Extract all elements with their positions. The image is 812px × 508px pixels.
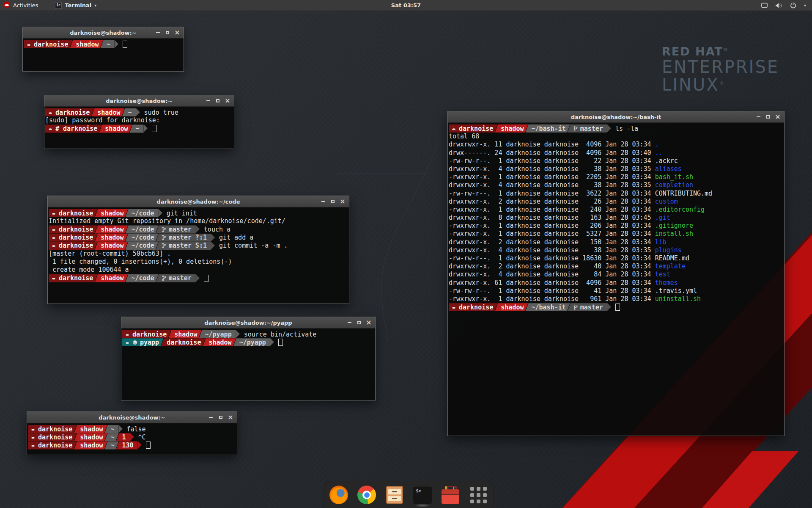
ls-row: -rw-rw-r--. 1 darknoise darknoise 41 Jan…	[449, 287, 784, 295]
minimize-icon	[156, 32, 160, 33]
prompt-line: darknoiseshadow~/bash-itmasterls -la	[449, 124, 784, 133]
ls-row: -rw-rw-r--. 1 darknoise darknoise 3622 J…	[449, 190, 784, 198]
maximize-button[interactable]	[329, 197, 337, 206]
command-text: touch a	[204, 226, 230, 233]
toolbox-icon	[441, 486, 460, 504]
app-menu-button[interactable]: $> Terminal ▾	[50, 0, 101, 11]
dock-item-toolbox[interactable]	[441, 485, 460, 505]
prompt-line: darknoiseshadow~false	[28, 425, 237, 433]
dock: $>	[324, 481, 494, 508]
powerline-arrow-icon	[159, 209, 162, 217]
terminal-body[interactable]: darknoiseshadow~falsedarknoiseshadow~1^C…	[27, 423, 237, 450]
maximize-button[interactable]	[163, 28, 172, 37]
dock-item-terminal[interactable]: $>	[413, 485, 432, 505]
prompt-segment-host: shadow	[69, 40, 103, 48]
window-titlebar[interactable]: darknoise@shadow:~×	[27, 412, 237, 423]
dock-item-app-grid[interactable]	[469, 485, 488, 505]
activities-label: Activities	[13, 2, 38, 8]
terminal-body[interactable]: darknoiseshadow~sudo true[sudo] password…	[44, 107, 234, 133]
ls-row: drwxrwxr-x. 4 darknoise darknoise 38 Jan…	[449, 165, 784, 173]
powerline-arrow-icon	[196, 274, 200, 282]
terminal-body[interactable]: darknoiseshadow~	[23, 39, 184, 48]
window-title: darknoise@shadow:~	[99, 414, 165, 421]
close-button[interactable]: ×	[338, 197, 347, 206]
prompt-segment-user: darknoise	[122, 330, 171, 338]
prompt-segment-venv: pyapp	[122, 338, 163, 346]
terminal-body[interactable]: darknoiseshadow~/codegit initInitialized…	[48, 207, 349, 282]
prompt-line: darknoiseshadow~1^C	[28, 433, 237, 441]
prompt-segment-host: shadow	[91, 108, 124, 116]
maximize-icon	[357, 321, 361, 324]
maximize-button[interactable]	[764, 113, 772, 121]
chevron-down-icon: ▾	[94, 3, 96, 8]
command-text: ls -la	[615, 125, 638, 133]
minimize-button[interactable]	[319, 197, 327, 206]
maximize-button[interactable]	[214, 97, 222, 105]
ls-row: drwxrwxr-x. 8 darknoise darknoise 163 Ja…	[449, 214, 784, 222]
window-titlebar[interactable]: darknoise@shadow:~/code×	[48, 196, 349, 207]
clock[interactable]: Sat 03:57	[391, 2, 421, 8]
powerline-arrow-icon	[136, 108, 140, 116]
file-name: ..	[655, 149, 663, 157]
window-titlebar[interactable]: darknoise@shadow:~×	[23, 27, 184, 39]
activities-button[interactable]: Activities	[0, 0, 43, 11]
close-button[interactable]: ×	[774, 113, 782, 121]
command-text: sudo true	[144, 109, 178, 116]
minimize-button[interactable]	[204, 97, 212, 105]
minimize-button[interactable]	[754, 113, 763, 121]
file-name: .travis.yml	[655, 287, 697, 295]
display-icon	[761, 3, 768, 8]
window-titlebar[interactable]: darknoise@shadow:~/pyapp×	[121, 317, 375, 329]
prompt-segment-host: shadow	[494, 303, 528, 311]
dock-item-chrome[interactable]	[357, 485, 376, 505]
window-titlebar[interactable]: darknoise@shadow:~/bash-it×	[448, 111, 784, 123]
dock-item-firefox[interactable]	[329, 485, 348, 505]
red-hat-logo-icon	[3, 1, 10, 9]
prompt-segment-git: master	[156, 225, 196, 233]
system-status-area[interactable]: ▾	[761, 0, 812, 11]
files-icon	[386, 486, 403, 504]
terminal-body[interactable]: darknoiseshadow~/pyappsource bin/activat…	[121, 329, 375, 346]
close-button[interactable]: ×	[226, 413, 235, 422]
prompt-line: darknoiseshadow~	[24, 40, 184, 48]
ls-row: -rwxrwxr-x. 1 darknoise darknoise 206 Ja…	[449, 222, 784, 230]
git-branch-icon	[162, 235, 166, 240]
red-hat-prompt-icon	[48, 110, 53, 115]
prompt-segment-git: master S:1	[156, 242, 211, 250]
maximize-button[interactable]	[355, 318, 363, 327]
ls-row: drwxrwxr-x. 61 darknoise darknoise 4096 …	[449, 279, 784, 287]
red-hat-prompt-icon	[125, 340, 130, 345]
file-name: custom	[655, 198, 678, 205]
minimize-button[interactable]	[154, 28, 162, 37]
close-button[interactable]: ×	[173, 28, 181, 37]
command-text: source bin/activate	[244, 331, 317, 338]
minimize-button[interactable]	[345, 318, 354, 327]
powerline-arrow-icon	[138, 441, 142, 449]
ls-row-details: drwxrwxr-x. 2 darknoise darknoise 26 Jan…	[449, 198, 655, 205]
red-hat-prompt-icon	[30, 427, 36, 432]
file-name: themes	[655, 279, 678, 287]
terminal-cursor	[615, 304, 620, 311]
prompt-segment-host: shadow	[94, 234, 128, 242]
maximize-button[interactable]	[217, 413, 225, 422]
terminal-cursor	[278, 339, 283, 346]
window-titlebar[interactable]: darknoise@shadow:~×	[44, 95, 234, 107]
dock-item-files[interactable]	[385, 485, 404, 505]
terminal-app-icon: $>	[55, 2, 62, 9]
close-button[interactable]: ×	[223, 97, 232, 105]
prompt-segment-user: darknoise	[28, 425, 77, 433]
close-button[interactable]: ×	[365, 318, 373, 327]
prompt-segment-host: shadow	[74, 441, 107, 449]
file-name: plugins	[655, 246, 682, 254]
powerline-arrow-icon	[607, 124, 611, 132]
top-bar: Activities $> Terminal ▾ Sat 03:57 ▾	[0, 0, 812, 11]
firefox-icon	[329, 486, 348, 504]
window-title: darknoise@shadow:~	[106, 98, 172, 104]
minimize-button[interactable]	[207, 413, 215, 422]
red-hat-prompt-icon	[48, 126, 53, 131]
terminal-body[interactable]: darknoiseshadow~/bash-itmasterls -latota…	[448, 123, 784, 311]
powerline-arrow-icon	[236, 330, 240, 338]
ls-row: -rwxrwxr-x. 1 darknoise darknoise 2205 J…	[449, 173, 784, 181]
prompt-segment-exit: 130	[116, 441, 138, 449]
prompt-segment-user: darknoise	[45, 108, 94, 116]
